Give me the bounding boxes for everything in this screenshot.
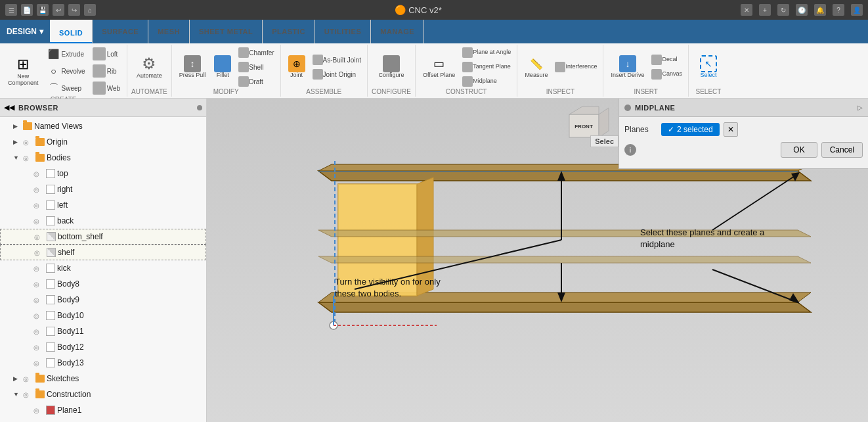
tab-surface[interactable]: SURFACE [93, 20, 148, 43]
tree-item-kick[interactable]: ◎ kick [0, 260, 206, 276]
midplane-panel: MIDPLANE ▷ Planes ✓ 2 selected ✕ i OK Ca [618, 99, 868, 169]
tree-item-body11[interactable]: ◎ Body11 [0, 323, 206, 339]
main-area: ◀◀ BROWSER ▶ Named Views ▶ ◎ Origin ▼ ◎ [0, 99, 868, 422]
tree-item-body10[interactable]: ◎ Body10 [0, 308, 206, 323]
bell-icon[interactable]: 🔔 [814, 4, 826, 16]
plane-at-angle-btn[interactable]: Plane at Angle [460, 46, 513, 59]
loft-btn[interactable]: Loft [90, 46, 123, 62]
file-icon[interactable]: 📄 [21, 4, 33, 16]
info-icon[interactable]: i [624, 144, 636, 156]
eye-icon: ◎ [34, 233, 45, 241]
interference-btn[interactable]: Interference [553, 60, 599, 74]
account-icon[interactable]: 👤 [851, 4, 863, 16]
refresh-icon[interactable]: ↻ [777, 4, 789, 16]
insert-derive-btn[interactable]: ↓ Insert Derive [607, 53, 647, 81]
close-tab-icon[interactable]: ✕ [741, 4, 752, 16]
midplane-btn[interactable]: Midplane [460, 75, 513, 88]
new-component-btn[interactable]: ⊞ NewComponent [4, 53, 43, 89]
tree-item-body9[interactable]: ◎ Body9 [0, 292, 206, 308]
joint-origin-btn[interactable]: Joint Origin [311, 68, 363, 81]
canvas-btn[interactable]: Canvas [649, 68, 684, 81]
add-tab-icon[interactable]: + [759, 4, 771, 16]
expand-arrow: ▶ [13, 139, 21, 145]
checkmark-icon: ✓ [668, 125, 674, 134]
body-box [46, 279, 55, 289]
undo-icon[interactable]: ↩ [53, 4, 64, 16]
workspace-bar: DESIGN ▾ SOLID SURFACE MESH SHEET METAL … [0, 20, 868, 43]
tree-item-shelf[interactable]: ◎ shelf [0, 245, 206, 260]
tab-manage[interactable]: MANAGE [371, 20, 424, 43]
tree-item-bodies[interactable]: ▼ ◎ Bodies [0, 150, 206, 166]
tree-item-left[interactable]: ◎ left [0, 197, 206, 213]
home-icon[interactable]: ⌂ [84, 4, 96, 16]
press-pull-btn[interactable]: ↕ Press Pull [176, 53, 209, 81]
tab-solid[interactable]: SOLID [50, 20, 93, 43]
tree-item-body8[interactable]: ◎ Body8 [0, 276, 206, 292]
tree-item-back[interactable]: ◎ back [0, 213, 206, 229]
tree-item-top[interactable]: ◎ top [0, 166, 206, 181]
eye-icon: ◎ [33, 328, 44, 335]
tree-item-sketches[interactable]: ▶ ◎ Sketches [0, 371, 206, 387]
measure-btn[interactable]: 📏 Measure [521, 53, 551, 81]
planes-label: Planes [624, 125, 657, 134]
ribbon-group-automate: ⚙ Automate AUTOMATE [127, 45, 172, 97]
redo-icon[interactable]: ↪ [68, 4, 80, 16]
help-icon[interactable]: ? [833, 4, 844, 16]
tab-mesh[interactable]: MESH [148, 20, 190, 43]
configure-btn[interactable]: Configure [375, 53, 407, 81]
sweep-btn[interactable]: ⌒ Sweep [45, 80, 88, 96]
design-dropdown[interactable]: DESIGN ▾ [0, 20, 50, 43]
tree-item-body13[interactable]: ◎ Body13 [0, 355, 206, 371]
tree-item-right[interactable]: ◎ right [0, 181, 206, 197]
viewport[interactable]: Turn the visibility on for only these tw… [207, 99, 868, 422]
shell-btn[interactable]: Shell [236, 60, 276, 74]
tree-item-plane1[interactable]: ◎ Plane1 [0, 402, 206, 418]
midplane-expand-icon[interactable]: ▷ [857, 104, 863, 111]
body-box [46, 185, 55, 194]
tab-plastic[interactable]: PLASTIC [263, 20, 315, 43]
top-bar-right: ✕ + ↻ 🕐 🔔 ? 👤 [741, 4, 863, 16]
chamfer-btn[interactable]: Chamfer [236, 46, 276, 59]
automate-btn[interactable]: ⚙ Automate [133, 52, 166, 82]
midplane-planes-row: Planes ✓ 2 selected ✕ [624, 122, 863, 137]
revolve-btn[interactable]: ○ Revolve [45, 63, 88, 79]
rib-btn[interactable]: Rib [90, 63, 123, 79]
extrude-btn[interactable]: ⬛ Extrude [45, 46, 88, 62]
select-btn[interactable]: ↖ Select [697, 53, 720, 81]
annotation-planes: Select these planes and create a midplan… [640, 227, 764, 250]
clock-icon[interactable]: 🕐 [796, 4, 808, 16]
browser-collapse[interactable]: ◀◀ [4, 103, 14, 112]
design-dropdown-icon: ▾ [39, 27, 43, 36]
browser-tree: ▶ Named Views ▶ ◎ Origin ▼ ◎ Bodies [0, 117, 206, 422]
draft-btn[interactable]: Draft [236, 75, 276, 88]
tree-item-named-views[interactable]: ▶ Named Views [0, 118, 206, 134]
tree-item-construction[interactable]: ▼ ◎ Construction [0, 387, 206, 402]
offset-plane-btn[interactable]: ▭ Offset Plane [420, 53, 458, 81]
tangent-plane-btn[interactable]: Tangent Plane [460, 60, 513, 74]
svg-marker-10 [318, 256, 811, 263]
save-icon[interactable]: 💾 [37, 4, 49, 16]
menu-icon[interactable]: ☰ [5, 4, 17, 16]
automate-label: AUTOMATE [131, 88, 167, 95]
as-built-joint-btn[interactable]: As-Built Joint [311, 53, 363, 66]
cancel-button[interactable]: Cancel [821, 142, 863, 158]
tree-item-bottom-shelf[interactable]: ◎ bottom_shelf [0, 229, 206, 245]
joint-btn[interactable]: ⊕ Joint [285, 53, 309, 81]
tab-utilities[interactable]: UTILITIES [315, 20, 371, 43]
body-box [46, 295, 55, 304]
decal-btn[interactable]: Decal [649, 53, 684, 66]
planes-selected-btn[interactable]: ✓ 2 selected [661, 123, 720, 136]
tree-item-origin[interactable]: ▶ ◎ Origin [0, 134, 206, 150]
web-btn[interactable]: Web [90, 80, 123, 96]
body-box [46, 169, 55, 178]
tab-sheetmetal[interactable]: SHEET METAL [190, 20, 263, 43]
ok-button[interactable]: OK [781, 142, 817, 158]
midplane-body: Planes ✓ 2 selected ✕ i OK Cancel [619, 117, 868, 168]
svg-text:FRONT: FRONT [575, 124, 593, 129]
design-label: DESIGN [7, 27, 37, 36]
fillet-btn[interactable]: Fillet [211, 53, 234, 81]
tree-item-body12[interactable]: ◎ Body12 [0, 339, 206, 355]
eye-icon: ◎ [33, 186, 44, 193]
clear-selection-btn[interactable]: ✕ [724, 122, 738, 137]
eye-icon: ◎ [34, 249, 45, 256]
